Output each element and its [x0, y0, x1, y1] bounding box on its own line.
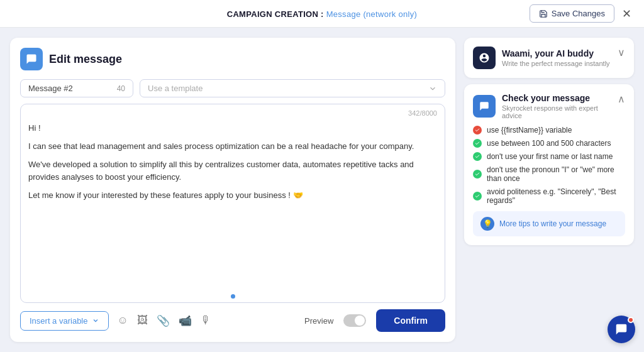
dot-indicator: [21, 290, 445, 302]
save-changes-button[interactable]: Save Changes: [530, 4, 614, 23]
notification-dot: [628, 317, 634, 323]
attachment-icon[interactable]: 📎: [157, 314, 170, 327]
mic-icon[interactable]: 🎙: [201, 314, 211, 327]
message-line-2: I can see that lead management and sales…: [28, 140, 437, 153]
check-card-subtitle: Skyrocket response with expert advice: [502, 104, 618, 119]
template-placeholder: Use a template: [148, 84, 203, 93]
check-dot-green: [473, 139, 482, 148]
edit-message-icon: [20, 48, 43, 70]
check-item: avoid politeness e.g. "Sincerely", "Best…: [473, 187, 625, 205]
ai-card-header: Waami, your AI buddy Write the perfect m…: [473, 47, 625, 69]
check-items-list: use {{firstName}} variableuse between 10…: [473, 126, 625, 205]
panel-title: Edit message: [49, 53, 122, 66]
toolbar-icons: ☺ 🖼 📎 📹 🎙: [118, 314, 211, 327]
message-textarea-wrap[interactable]: 342/8000 Hi ! I can see that lead manage…: [20, 104, 445, 303]
check-message-icon: [473, 95, 496, 118]
message-line-3: We've developed a solution to simplify a…: [28, 158, 437, 185]
template-select[interactable]: Use a template: [140, 79, 445, 97]
message-controls: Message #2 40 Use a template: [20, 79, 445, 97]
ai-card-title: Waami, your AI buddy: [502, 48, 610, 58]
emoji-icon[interactable]: ☺: [118, 314, 128, 327]
close-button[interactable]: ✕: [619, 4, 634, 23]
check-dot-red: [473, 126, 482, 135]
more-tips-button[interactable]: 💡 More tips to write your message: [473, 211, 625, 236]
ai-card: Waami, your AI buddy Write the perfect m…: [464, 38, 634, 78]
bottom-row: Insert a variable ☺ 🖼 📎 📹 🎙 Preview Conf…: [20, 309, 445, 332]
check-item: don't use the pronoun "I" or "we" more t…: [473, 165, 625, 183]
message-line-1: Hi !: [28, 122, 437, 135]
char-count-box: 40: [117, 84, 125, 93]
check-item-text: don't use your first name or last name: [487, 152, 613, 161]
message-line-4: Let me know if your interested by these …: [28, 189, 437, 202]
edit-message-panel: Edit message Message #2 40 Use a templat…: [10, 38, 455, 342]
message-text[interactable]: Hi ! I can see that lead management and …: [21, 104, 445, 290]
insert-variable-button[interactable]: Insert a variable: [20, 311, 109, 331]
preview-confirm: Preview Confirm: [304, 309, 445, 332]
check-card-title: Check your message: [502, 93, 618, 103]
check-item-text: use {{firstName}} variable: [487, 126, 572, 135]
campaign-title: CAMPAIGN CREATION : Message (network onl…: [227, 8, 418, 19]
top-bar: CAMPAIGN CREATION : Message (network onl…: [0, 0, 644, 28]
preview-label: Preview: [304, 316, 333, 326]
confirm-button[interactable]: Confirm: [376, 309, 445, 332]
check-item-text: avoid politeness e.g. "Sincerely", "Best…: [487, 187, 625, 205]
panel-header: Edit message: [20, 48, 445, 70]
video-icon[interactable]: 📹: [179, 314, 192, 327]
check-card: Check your message Skyrocket response wi…: [464, 84, 634, 245]
check-card-header: Check your message Skyrocket response wi…: [473, 93, 625, 119]
image-icon[interactable]: 🖼: [137, 314, 148, 327]
check-item: use between 100 and 500 characters: [473, 139, 625, 148]
preview-toggle[interactable]: [343, 314, 366, 327]
check-card-chevron[interactable]: ∧: [618, 93, 625, 105]
check-dot-green: [473, 152, 482, 161]
left-toolbar: Insert a variable ☺ 🖼 📎 📹 🎙: [20, 311, 211, 331]
check-dot-green: [473, 192, 482, 201]
message-label-box: Message #2 40: [20, 79, 133, 97]
message-label: Message #2: [28, 84, 73, 93]
ai-card-chevron[interactable]: ∨: [618, 47, 625, 58]
ai-card-subtitle: Write the perfect message instantly: [502, 60, 610, 67]
ai-buddy-icon: [473, 47, 496, 69]
tips-icon: 💡: [480, 217, 494, 231]
check-item-text: don't use the pronoun "I" or "we" more t…: [487, 165, 625, 183]
main-content: Edit message Message #2 40 Use a templat…: [0, 28, 644, 352]
check-item-text: use between 100 and 500 characters: [487, 139, 611, 148]
char-limit-label: 342/8000: [408, 109, 437, 117]
check-item: use {{firstName}} variable: [473, 126, 625, 135]
chat-bubble-button[interactable]: [608, 316, 635, 343]
dot: [231, 294, 235, 299]
check-item: don't use your first name or last name: [473, 152, 625, 161]
right-panel: Waami, your AI buddy Write the perfect m…: [464, 38, 634, 342]
check-dot-green: [473, 170, 482, 179]
more-tips-label: More tips to write your message: [499, 219, 606, 228]
top-bar-actions: Save Changes ✕: [530, 4, 634, 23]
